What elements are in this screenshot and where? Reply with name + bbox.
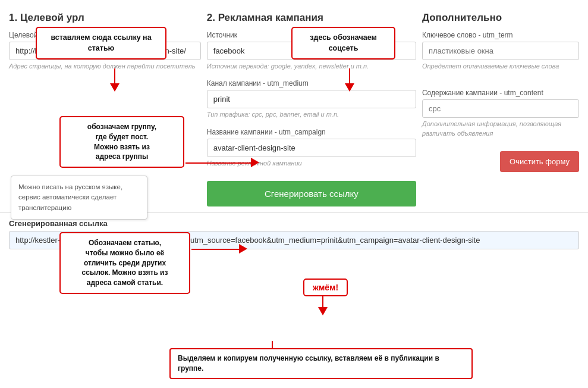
medium-field-group: Канал кампании - utm_medium Тип трафика:… xyxy=(207,79,416,119)
generate-button[interactable]: Сгенерировать ссылку xyxy=(207,181,416,206)
medium-input[interactable] xyxy=(207,90,416,108)
content-input[interactable] xyxy=(422,99,579,118)
section2-title: 2. Рекламная кампания xyxy=(207,12,416,24)
annotation-click: жмём! xyxy=(303,279,348,296)
medium-hint: Тип трафика: cpc, ppc, banner, email и т… xyxy=(207,110,416,119)
keyword-input[interactable] xyxy=(422,42,579,60)
content-label: Содержание кампании - utm_content xyxy=(422,89,579,97)
annotation-copy-link: Выделяем и копируем полученную ссылку, в… xyxy=(169,348,473,379)
campaign-label: Название кампании - utm_campaign xyxy=(207,128,416,136)
subcampaign-hint-box: Можно писать на русском языке, сервис ав… xyxy=(11,176,147,220)
content-field-group: Содержание кампании - utm_content Дополн… xyxy=(422,89,579,138)
annotation-insert-url: вставляем сюда ссылку на статью xyxy=(36,27,166,60)
section3-title: Дополнительно xyxy=(422,12,579,24)
keyword-label: Ключевое слово - utm_term xyxy=(422,31,579,39)
section1-title: 1. Целевой урл xyxy=(9,12,201,24)
annotation-article: Обозначаем статью, чтобы можно было её о… xyxy=(59,232,190,294)
keyword-field-group: Ключевое слово - utm_term Определяет опл… xyxy=(422,31,579,71)
content-hint: Дополнительная информация, позволяющая р… xyxy=(422,120,579,138)
main-wrapper: 1. Целевой урл Целевой url Адрес страниц… xyxy=(0,0,588,388)
source-hint: Источник перехода: google, yandex, newsl… xyxy=(207,62,416,71)
column-3: Дополнительно Ключевое слово - utm_term … xyxy=(422,12,579,206)
campaign-input[interactable] xyxy=(207,139,416,157)
medium-label: Канал кампании - utm_medium xyxy=(207,79,416,87)
generated-label: Сгенерированная ссылка xyxy=(9,219,579,228)
url-hint: Адрес страницы, на которую должен перейт… xyxy=(9,62,201,71)
keyword-hint: Определяет оплачиваемые ключевые слова xyxy=(422,62,579,71)
annotation-social-network: здесь обозначаем соцсеть xyxy=(291,27,395,60)
annotation-group: обозначаем группу, где будет пост. Можно… xyxy=(59,116,184,168)
clear-button[interactable]: Очистить форму xyxy=(500,151,579,172)
